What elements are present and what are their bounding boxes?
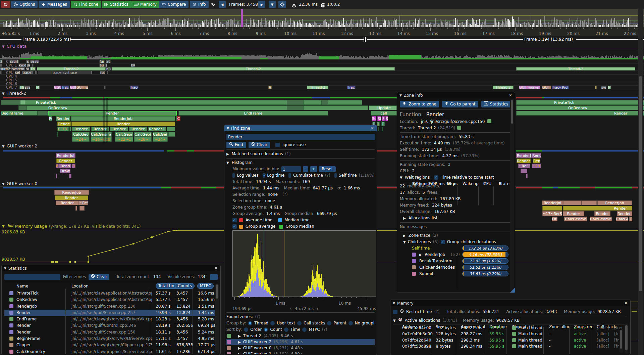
cpu-zone[interactable]: M	[36, 86, 40, 89]
zone-render[interactable]: Render	[72, 127, 90, 131]
cpu-zone[interactable]: a	[110, 67, 112, 71]
cpu-zone[interactable]: kw	[131, 63, 135, 67]
cpu-zone[interactable]: Thread-2	[307, 86, 328, 89]
cpu-zone[interactable]: s	[26, 60, 30, 63]
cpu-zone[interactable]	[32, 63, 34, 67]
cpu-zone[interactable]: Thread-2	[516, 67, 635, 71]
child-zone-row[interactable]: ▶RenderJob(×2)4.16 ms (92.60%)	[400, 252, 512, 258]
thread-header[interactable]: ▼Thread-2	[2, 91, 26, 96]
cpu-row-5[interactable]: CPU 5	[0, 78, 644, 82]
cpu-zone[interactable]: (au	[99, 60, 105, 63]
zone-calcgeome[interactable]: CalcGeome	[91, 132, 112, 137]
cpu-zone[interactable]	[0, 63, 2, 67]
go-to-parent-button[interactable]: Go to parent	[442, 101, 478, 107]
zone-unnamed[interactable]	[167, 127, 175, 131]
cpu-row-4[interactable]: CPU 4	[0, 75, 644, 78]
statistics-button[interactable]: Statistics	[481, 101, 511, 107]
memory-panel-close-button[interactable]: ✕	[624, 301, 628, 306]
zone-dra[interactable]: Dra	[552, 217, 557, 221]
cpu-zone[interactable]	[0, 71, 2, 74]
zone-unnamed[interactable]	[69, 127, 71, 131]
cpu-zone[interactable]: surf(2g(	[0, 67, 10, 71]
find-zone-search-input[interactable]	[226, 134, 375, 140]
zone-unnamed[interactable]	[287, 100, 304, 105]
zone-8[interactable]: 8	[56, 164, 59, 168]
frame-labels-row[interactable]: Frame 3,193 (22.45 ms)Frame 3,194 (13.92…	[0, 36, 644, 42]
find-button[interactable]: Find	[226, 142, 246, 148]
find-zone-panel-close-button[interactable]: ✕	[370, 126, 375, 131]
min-values-input[interactable]	[281, 166, 301, 172]
zone--24-[interactable]: ~24~	[72, 137, 90, 142]
cpu-row-0[interactable]: CPU 02ssurfssesyst(auau	[0, 60, 644, 63]
cpu-zone[interactable]: Tfr	[19, 86, 24, 89]
zone-t-[interactable]: T)	[377, 122, 380, 126]
sort-mtpc[interactable]: MTPC	[197, 283, 214, 289]
cpu-row-6[interactable]: CPU 6	[0, 82, 644, 86]
zone--26-[interactable]: ~26~	[134, 137, 152, 142]
zone-calcgeome[interactable]: CalcGeome	[564, 217, 587, 221]
zone-privatetick[interactable]	[516, 100, 644, 105]
cpu-data-header-row[interactable]: ▼CPU data	[2, 44, 27, 49]
zone-18[interactable]: 18	[60, 127, 69, 131]
zone-render[interactable]: Render	[517, 159, 531, 163]
cpu-zone[interactable]: se(	[15, 71, 20, 74]
zone-f[interactable]: F	[57, 127, 60, 131]
zone-ren[interactable]: Ren	[533, 159, 540, 163]
stats-row-clipper[interactable]: Clipperjni/../jni/src/claw/gfx/geo/Clipp…	[4, 342, 218, 348]
cpu-zone[interactable]: au	[106, 60, 111, 63]
cpu-zone[interactable]: auc	[99, 63, 105, 67]
stats-row-render[interactable]: Renderjni/../jni/src/guif/Control.cpp:34…	[4, 322, 218, 329]
zone-calcgeo[interactable]: CalcGeo	[72, 132, 90, 137]
zone--17-rers[interactable]: ~17~RerS	[542, 211, 562, 216]
zone-unnamed[interactable]	[21, 100, 25, 105]
zone-unnamed[interactable]	[382, 127, 383, 131]
zone--re5[interactable]: ~Re5	[79, 201, 88, 205]
cpu-zone[interactable]: GUIF worker 2	[519, 86, 540, 89]
cpu-zone[interactable]: tracy_sysn	[22, 71, 34, 74]
zone-unnamed[interactable]	[56, 174, 57, 178]
allocation-row[interactable]: 0x7dfaa64e00192 bytes298.21 ms59.95 sMai…	[393, 325, 628, 331]
cpu-zone[interactable]	[104, 86, 106, 89]
zone-renderjob[interactable]: RenderJob	[54, 190, 89, 195]
cpu-zone[interactable]: Trac	[347, 86, 356, 89]
stats-row-render[interactable]: Renderjni/../jni/src/guif/Screen.cpp:257…	[4, 310, 218, 316]
zone-f-[interactable]: F(	[49, 116, 52, 121]
zone-s[interactable]: S	[385, 116, 388, 121]
zone-endframe[interactable]: EndFrame	[178, 111, 328, 116]
zone-calcgeomet[interactable]: CalcGeomet	[590, 217, 612, 221]
cpu-zone[interactable]: tracy_systrace	[38, 71, 92, 74]
zone-unnamed[interactable]	[542, 206, 562, 211]
cpu-row-3[interactable]: CPU 3se(tracy_sysntracy_systracerot_d	[0, 71, 644, 75]
cpu-zone[interactable]: syst	[34, 60, 39, 63]
cpu-zone[interactable]: system	[11, 67, 25, 71]
cpu-row-2[interactable]: CPU 2surf(2g(systemseThreThread-2m1aThre…	[0, 67, 644, 71]
zone-unnamed[interactable]	[168, 132, 175, 137]
zone-render[interactable]: Render	[71, 122, 175, 126]
stats-row-onredraw[interactable]: OnRedrawjni/../jni/src/claw/application/…	[4, 297, 218, 303]
stats-row-render[interactable]: Renderjni/../jni/src/guif/Screen.cpp:150…	[4, 329, 218, 336]
histogram-chart[interactable]	[232, 230, 376, 297]
zone-renderjol[interactable]: RenderJol	[56, 153, 75, 158]
zone--reff[interactable]: ~ReFF	[518, 164, 530, 168]
zone-c[interactable]: C	[629, 217, 632, 221]
cpu-zone[interactable]: GUIF w	[542, 86, 551, 89]
zone-unnamed[interactable]	[18, 105, 27, 110]
stats-row-calcgeometry[interactable]: CalcGeometryjni/../jni/src/claw/graphics…	[4, 349, 218, 354]
zone-renderjob[interactable]: RenderJob	[597, 201, 632, 205]
zone-render[interactable]: Render	[594, 211, 610, 216]
zone-calcgeor[interactable]: CalcGeor	[115, 132, 133, 137]
allocation-row[interactable]: 0x7e049b3d00128 bytes298.27 ms59.95 sMai…	[393, 331, 628, 337]
cpu-zone[interactable]: m	[106, 67, 108, 71]
child-zones-toggle[interactable]: ▼Child zones(5)Group children locations	[400, 239, 512, 245]
zone-9[interactable]: 9	[72, 164, 75, 168]
cpu-zone[interactable]: kw.gm	[18, 63, 26, 67]
zone-info-panel-close-button[interactable]: ✕	[508, 93, 513, 98]
zone-sc[interactable]: Sc	[372, 116, 376, 121]
cpu-zone[interactable]: Tracy S	[130, 86, 139, 89]
zone-render-r[interactable]: Render R	[617, 211, 632, 216]
zone-unnamed[interactable]	[75, 206, 77, 211]
zone-render-f[interactable]: Render F	[148, 127, 166, 131]
cpu-zone[interactable]	[107, 71, 108, 74]
zone-trace-toggle[interactable]: ▶Zone trace(2)	[400, 232, 512, 239]
filter-input[interactable]	[4, 274, 60, 280]
